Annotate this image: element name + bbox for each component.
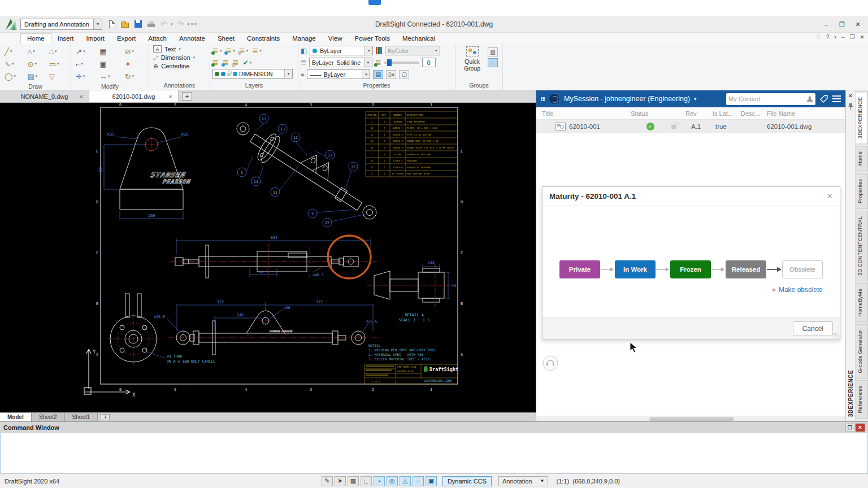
layer-tool[interactable]: ≣▾: [212, 47, 222, 54]
command-input-area[interactable]: [0, 433, 868, 473]
scrollbar-thumb[interactable]: [649, 417, 734, 421]
hatch-tool[interactable]: ▨▾: [28, 73, 45, 80]
transparency-value[interactable]: 0: [422, 58, 436, 67]
side-tab-3dexperience[interactable]: 3DEXPERIENCE: [856, 91, 868, 144]
properties-palette-button[interactable]: ▢: [399, 70, 409, 79]
scale-list-dropdown[interactable]: Annotation ▼: [498, 476, 549, 486]
state-in-work[interactable]: In Work: [615, 260, 656, 278]
polygon-tool[interactable]: ▽: [49, 73, 66, 80]
state-private[interactable]: Private: [559, 260, 600, 278]
pattern-tool[interactable]: ▦: [99, 48, 120, 55]
tab-import[interactable]: Import: [80, 34, 111, 43]
tab-manage[interactable]: Manage: [286, 34, 322, 43]
pin-icon[interactable]: [848, 103, 854, 110]
workspace-selector[interactable]: Drafting and Annotation ▾: [20, 19, 102, 30]
open-file-button[interactable]: [120, 20, 130, 29]
col-title[interactable]: Title: [536, 110, 631, 117]
make-obsolete-link[interactable]: » Make obsolete: [772, 285, 823, 294]
dimension-tool[interactable]: ⤢ Dimension ▾: [153, 54, 206, 61]
col-description[interactable]: Desc...: [741, 110, 767, 117]
dynamic-input-toggle-icon[interactable]: ▣: [426, 476, 437, 486]
search-box[interactable]: [726, 93, 815, 105]
tab-insert[interactable]: Insert: [51, 34, 80, 43]
layer-apply-tool[interactable]: ✔▾: [243, 59, 252, 66]
scale-tool[interactable]: ✦: [125, 60, 144, 68]
cancel-button[interactable]: Cancel: [793, 321, 833, 336]
close-icon[interactable]: ✕: [856, 424, 865, 432]
resize-grip[interactable]: [834, 333, 839, 338]
undo-button[interactable]: ↶: [159, 20, 169, 29]
rotate-tool[interactable]: ↻▾: [125, 73, 144, 80]
doc-tab-noname[interactable]: NONAME_0.dwg ×: [0, 90, 89, 102]
line-weight-combo[interactable]: —— ByLayer ▾: [307, 69, 370, 79]
command-window-title-bar[interactable]: Command Window ❐ ✕: [0, 422, 868, 433]
close-icon[interactable]: ×: [169, 93, 172, 100]
undo-dropdown[interactable]: ▾: [171, 22, 173, 27]
tab-sheet[interactable]: Sheet: [211, 34, 241, 43]
tab-constraints[interactable]: Constraints: [241, 34, 286, 43]
tab-annotate[interactable]: Annotate: [173, 34, 211, 43]
sheet-tab-sheet2[interactable]: Sheet2: [32, 413, 65, 421]
redo-dropdown[interactable]: ▾: [188, 22, 190, 27]
lengthen-tool[interactable]: ↔▾: [99, 73, 120, 80]
state-obsolete[interactable]: Obsolete: [782, 260, 823, 278]
close-button[interactable]: ✕: [850, 18, 866, 30]
new-layer-tool[interactable]: ≣▾: [225, 47, 235, 54]
array-tool[interactable]: ✛▾: [76, 73, 95, 80]
col-rev[interactable]: Rev: [685, 110, 713, 117]
hamburger-menu-icon[interactable]: [832, 95, 841, 102]
restore-button[interactable]: ❐: [834, 18, 850, 30]
line-style-combo[interactable]: ByLayer Solid line ▾: [309, 58, 372, 67]
add-sheet-button[interactable]: +: [101, 414, 110, 420]
active-layer-combo[interactable]: DIMENSION ▾: [212, 69, 293, 79]
close-button[interactable]: ✕: [860, 34, 865, 40]
centerline-tool[interactable]: ⊕ Centerline: [153, 63, 206, 69]
support-chat-icon[interactable]: [542, 355, 559, 372]
search-input[interactable]: [728, 95, 806, 102]
side-tab-gcode-generator[interactable]: G-code Generator: [856, 324, 868, 379]
tab-mechanical[interactable]: Mechanical: [396, 34, 441, 43]
gap-toggle-icon[interactable]: ◌: [413, 476, 424, 486]
new-file-button[interactable]: [107, 20, 117, 29]
match-properties-button[interactable]: ▤: [373, 70, 383, 79]
rectangle-tool[interactable]: ▭▾: [49, 60, 66, 68]
col-status[interactable]: Status: [631, 110, 685, 117]
point-tool[interactable]: ∴▾: [49, 48, 66, 55]
snap-toggle-icon[interactable]: ✎: [322, 476, 333, 486]
ellipse-tool[interactable]: ⊙▾: [28, 60, 45, 68]
grid-toggle-icon[interactable]: ▦: [348, 476, 359, 486]
side-tab-references[interactable]: References: [856, 380, 868, 419]
layer-find-tool[interactable]: ≣: [223, 59, 229, 66]
sheet-tab-model[interactable]: Model: [0, 413, 32, 421]
property-painter-button[interactable]: ▯≡: [386, 70, 396, 79]
trim-tool[interactable]: ⌐▾: [76, 60, 95, 68]
line-tool[interactable]: ╱▾: [5, 48, 23, 55]
chevron-down-icon[interactable]: ▾: [835, 35, 837, 40]
stretch-tool[interactable]: ▣: [99, 60, 120, 68]
table-row[interactable]: 62010-001 ✓ A.1 true 62010-001.dwg: [536, 120, 845, 133]
print-button[interactable]: [146, 20, 156, 29]
tab-power-tools[interactable]: Power Tools: [348, 34, 396, 43]
pointer-toggle-icon[interactable]: ➤: [335, 476, 346, 486]
side-tab-homebyme[interactable]: HomeByMe: [856, 283, 868, 323]
drawing-canvas[interactable]: 6 5 4 3 2 1 6 5 4 3 2 1 E D C: [0, 103, 536, 412]
chevron-down-icon[interactable]: ▾: [93, 19, 102, 29]
ortho-toggle-icon[interactable]: ∟: [361, 476, 372, 486]
toolbar-customize-button[interactable]: ▾ ≡: [191, 22, 197, 27]
layer-states-tool[interactable]: ≣▾: [252, 47, 261, 54]
redo-button[interactable]: ↷: [176, 20, 186, 29]
polar-toggle-icon[interactable]: ◔: [374, 476, 385, 486]
circle-tool[interactable]: ◯▾: [5, 73, 23, 80]
edit-group-button[interactable]: ◌: [488, 58, 498, 67]
close-icon[interactable]: ×: [80, 93, 83, 100]
col-is-latest[interactable]: Is Lat...: [713, 110, 741, 117]
layer-off-tool[interactable]: ≣: [212, 59, 219, 66]
col-file-name[interactable]: File Name: [767, 110, 845, 117]
chevron-down-icon[interactable]: ▾: [364, 46, 372, 55]
move-tool[interactable]: ↗▾: [76, 48, 95, 55]
minimize-button[interactable]: –: [841, 34, 845, 40]
sheet-tab-sheet1[interactable]: Sheet1: [65, 413, 98, 421]
etrack-toggle-icon[interactable]: △: [400, 476, 411, 486]
undock-icon[interactable]: ❐: [845, 424, 854, 432]
text-tool[interactable]: A Text ▾: [153, 45, 206, 53]
